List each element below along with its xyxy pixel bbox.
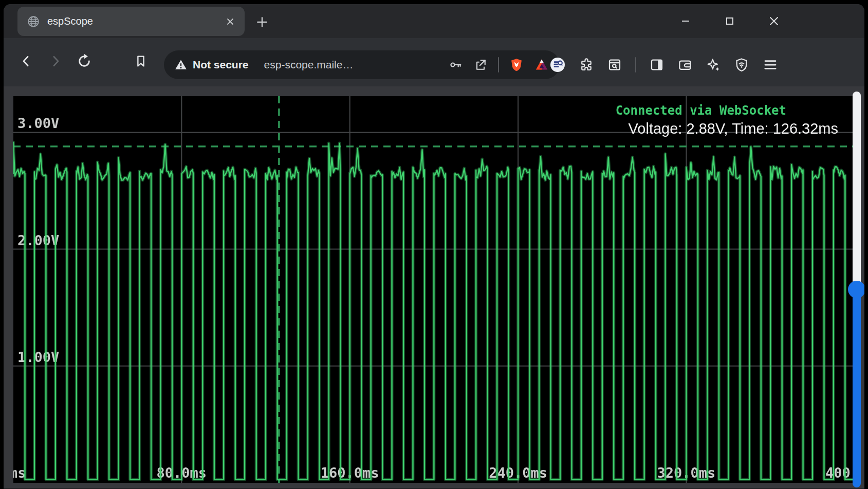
wallet-icon[interactable] bbox=[677, 57, 693, 73]
vpn-shield-icon[interactable] bbox=[734, 57, 749, 73]
slider-thumb[interactable] bbox=[848, 281, 864, 298]
oscilloscope-display: Connected via WebSocket Voltage: 2.88V, … bbox=[13, 96, 859, 483]
new-tab-button[interactable] bbox=[254, 14, 270, 30]
slider-track-upper[interactable] bbox=[853, 92, 861, 286]
window-minimize-button[interactable] bbox=[677, 13, 694, 29]
connection-status: Connected via WebSocket bbox=[616, 103, 786, 118]
scope-vertical-slider[interactable] bbox=[853, 92, 861, 487]
security-label[interactable]: Not secure bbox=[193, 59, 249, 71]
key-icon[interactable] bbox=[449, 58, 463, 72]
toolbar-separator bbox=[635, 57, 636, 73]
bookmark-icon[interactable] bbox=[132, 52, 150, 70]
tab-strip: espScope bbox=[4, 4, 864, 38]
browser-window: espScope bbox=[4, 4, 864, 489]
share-icon[interactable] bbox=[473, 58, 488, 72]
back-button[interactable] bbox=[17, 52, 35, 70]
not-secure-warning-icon[interactable] bbox=[174, 58, 188, 71]
cursor-readout: Voltage: 2.88V, Time: 126.32ms bbox=[629, 120, 838, 137]
menu-hamburger-icon[interactable] bbox=[762, 57, 779, 73]
browser-toolbar: Not secure esp-scope.maile… bbox=[4, 38, 864, 86]
page-content: Connected via WebSocket Voltage: 2.88V, … bbox=[4, 86, 864, 489]
slider-track-lower[interactable] bbox=[853, 293, 861, 487]
reload-button[interactable] bbox=[76, 52, 93, 70]
search-tabs-icon[interactable] bbox=[607, 57, 622, 73]
address-bar[interactable]: Not secure esp-scope.maile… bbox=[164, 50, 560, 79]
extension-badge-icon[interactable] bbox=[549, 57, 566, 73]
window-close-button[interactable] bbox=[765, 13, 783, 29]
sidebar-toggle-icon[interactable] bbox=[649, 57, 664, 73]
globe-favicon-icon bbox=[27, 15, 40, 28]
urlbar-separator bbox=[498, 57, 499, 73]
tab-close-icon[interactable] bbox=[225, 16, 235, 27]
brave-shields-icon[interactable] bbox=[509, 58, 524, 72]
url-text[interactable]: esp-scope.maile… bbox=[264, 59, 354, 71]
forward-button[interactable] bbox=[47, 52, 64, 70]
tab-title: espScope bbox=[47, 15, 225, 27]
window-maximize-button[interactable] bbox=[721, 13, 738, 29]
browser-tab[interactable]: espScope bbox=[17, 7, 245, 36]
extensions-puzzle-icon[interactable] bbox=[579, 57, 594, 73]
leo-ai-sparkle-icon[interactable] bbox=[706, 57, 721, 73]
scope-canvas[interactable] bbox=[13, 96, 859, 483]
brave-rewards-bat-icon[interactable] bbox=[534, 57, 549, 73]
